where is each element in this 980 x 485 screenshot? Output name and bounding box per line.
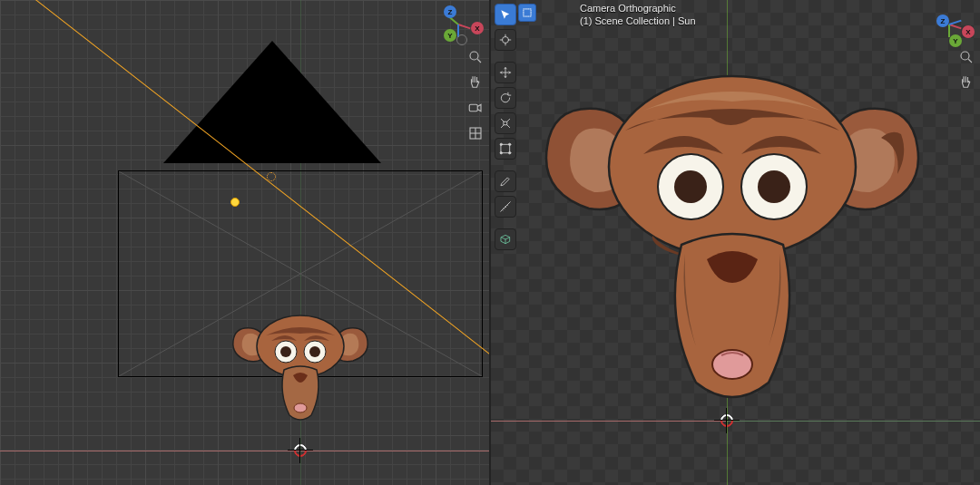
move-button[interactable] <box>495 62 516 83</box>
axis-x-ball[interactable]: X <box>962 25 975 38</box>
svg-point-26 <box>961 52 969 60</box>
sun-core <box>267 172 276 181</box>
nav-gizmo[interactable]: Y Z X <box>444 4 485 45</box>
camera-type-label: Camera Orthographic <box>580 2 696 15</box>
axis-y-ball[interactable]: Y <box>949 34 962 47</box>
viewport-controls-right <box>956 47 976 92</box>
viewport-right[interactable]: Camera Orthographic (1) Scene Collection… <box>491 0 980 485</box>
svg-point-22 <box>509 143 511 145</box>
svg-rect-25 <box>524 9 531 16</box>
triangle-shape[interactable] <box>163 41 381 163</box>
svg-point-32 <box>758 170 790 203</box>
svg-point-23 <box>500 152 502 154</box>
axis-z-ball[interactable]: Z <box>936 15 949 27</box>
transform-button[interactable] <box>495 138 516 160</box>
svg-rect-10 <box>469 104 477 112</box>
zoom-icon[interactable] <box>956 47 976 67</box>
camera-icon[interactable] <box>466 98 485 118</box>
axis-z-ball[interactable]: Z <box>444 5 456 18</box>
suzanne-mesh[interactable] <box>230 310 371 426</box>
select-mode-button[interactable] <box>518 4 536 22</box>
axis-y-ball[interactable]: Y <box>444 29 456 42</box>
grid-icon[interactable] <box>466 123 485 143</box>
viewport-header: Camera Orthographic (1) Scene Collection… <box>580 2 696 27</box>
svg-point-24 <box>509 152 511 154</box>
cursor-button[interactable] <box>495 29 516 51</box>
viewport-controls-left <box>466 47 485 143</box>
nav-gizmo-right[interactable]: X Y Z <box>935 4 976 45</box>
breadcrumb: (1) Scene Collection | Sun <box>580 15 696 27</box>
svg-line-9 <box>477 59 481 63</box>
sun-handle[interactable] <box>230 198 240 207</box>
svg-point-14 <box>503 37 509 44</box>
zoom-icon[interactable] <box>466 47 485 67</box>
viewport-left[interactable]: Y Z X <box>0 0 491 485</box>
svg-point-33 <box>712 350 752 379</box>
measure-button[interactable] <box>495 196 516 218</box>
svg-point-8 <box>470 52 478 60</box>
pan-icon[interactable] <box>956 73 976 92</box>
svg-rect-19 <box>504 121 507 125</box>
scale-button[interactable] <box>495 112 516 134</box>
pan-icon[interactable] <box>466 73 485 92</box>
rotate-button[interactable] <box>495 87 516 109</box>
svg-point-28 <box>609 76 856 257</box>
suzanne-render <box>544 56 921 419</box>
axis-neg-ball[interactable] <box>456 34 467 45</box>
svg-line-27 <box>968 59 972 63</box>
add-cube-button[interactable] <box>495 228 516 250</box>
select-box-button[interactable] <box>495 4 516 25</box>
annotate-button[interactable] <box>495 170 516 192</box>
svg-point-6 <box>309 346 320 357</box>
sun-light[interactable] <box>263 169 279 185</box>
axis-x-ball[interactable]: X <box>471 22 484 34</box>
svg-point-31 <box>674 170 707 203</box>
toolbar-select-col <box>518 4 536 22</box>
svg-point-5 <box>280 346 291 357</box>
svg-rect-20 <box>501 144 509 152</box>
svg-point-21 <box>500 143 502 145</box>
svg-point-7 <box>294 403 307 412</box>
toolbar-overlay-col <box>495 4 516 250</box>
